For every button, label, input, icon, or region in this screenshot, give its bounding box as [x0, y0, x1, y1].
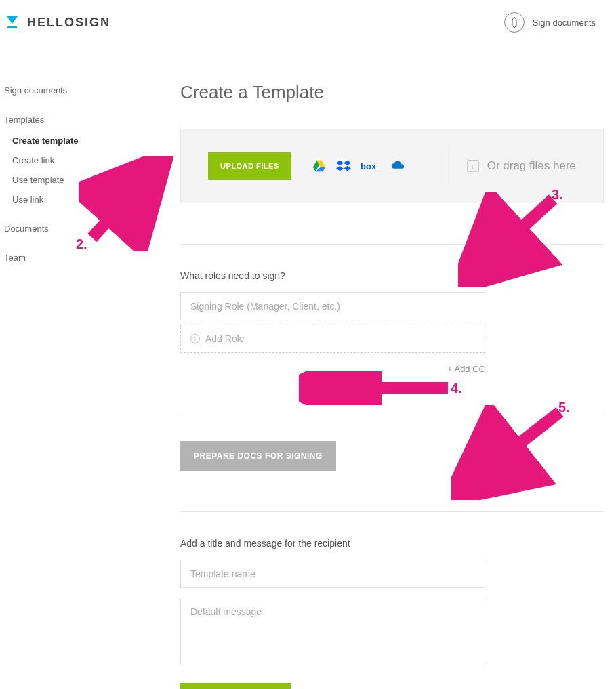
app-header: HELLOSIGN Sign documents: [0, 0, 616, 45]
add-cc-button[interactable]: + Add CC: [180, 364, 485, 374]
prepare-docs-button[interactable]: PREPARE DOCS FOR SIGNING: [180, 441, 336, 471]
hellosign-logo-icon: [4, 14, 20, 30]
header-sign-documents-link[interactable]: Sign documents: [504, 12, 596, 33]
brand-text: HELLOSIGN: [27, 16, 110, 30]
brand-logo[interactable]: HELLOSIGN: [4, 14, 110, 30]
template-name-input[interactable]: [180, 560, 485, 588]
download-icon: ↓: [467, 160, 479, 172]
sidebar-nav: Sign documents Templates Create template…: [4, 45, 140, 689]
add-role-button[interactable]: + Add Role: [180, 325, 485, 353]
default-message-input[interactable]: [180, 598, 485, 665]
create-template-button[interactable]: CREATE TEMPLATE: [180, 683, 291, 689]
roles-section: What roles need to sign? + Add Role + Ad…: [180, 244, 604, 374]
title-message-heading: Add a title and message for the recipien…: [180, 538, 604, 549]
drag-hint: ↓ Or drag files here: [445, 159, 576, 173]
header-sign-label: Sign documents: [533, 18, 596, 28]
page-title: Create a Template: [180, 82, 604, 103]
svg-text:box: box: [361, 161, 377, 171]
onedrive-icon[interactable]: [390, 159, 405, 173]
svg-rect-0: [7, 26, 17, 28]
box-icon[interactable]: box: [361, 159, 381, 173]
google-drive-icon[interactable]: [312, 159, 327, 173]
annotation-4: 4.: [299, 371, 455, 408]
dropbox-icon[interactable]: [336, 159, 351, 173]
pen-icon: [504, 12, 525, 33]
upload-drop-zone[interactable]: UPLOAD FILES box ↓ Or drag files here: [180, 129, 604, 203]
prepare-section: PREPARE DOCS FOR SIGNING: [180, 415, 604, 471]
nav-team[interactable]: Team: [4, 253, 140, 263]
nav-templates[interactable]: Templates: [4, 114, 140, 125]
upload-files-button[interactable]: UPLOAD FILES: [208, 152, 291, 180]
main-content: Create a Template UPLOAD FILES box ↓ Or …: [140, 45, 616, 689]
nav-sign-documents[interactable]: Sign documents: [4, 85, 140, 96]
nav-create-template[interactable]: Create template: [4, 135, 140, 146]
nav-documents[interactable]: Documents: [4, 224, 140, 234]
nav-use-template[interactable]: Use template: [4, 175, 140, 185]
nav-create-link[interactable]: Create link: [4, 155, 140, 165]
roles-heading: What roles need to sign?: [180, 270, 604, 281]
nav-use-link[interactable]: Use link: [4, 194, 140, 205]
title-message-section: Add a title and message for the recipien…: [180, 511, 604, 689]
signing-role-input[interactable]: [180, 292, 485, 320]
cloud-integrations: box: [312, 159, 405, 173]
plus-icon: +: [190, 334, 200, 343]
